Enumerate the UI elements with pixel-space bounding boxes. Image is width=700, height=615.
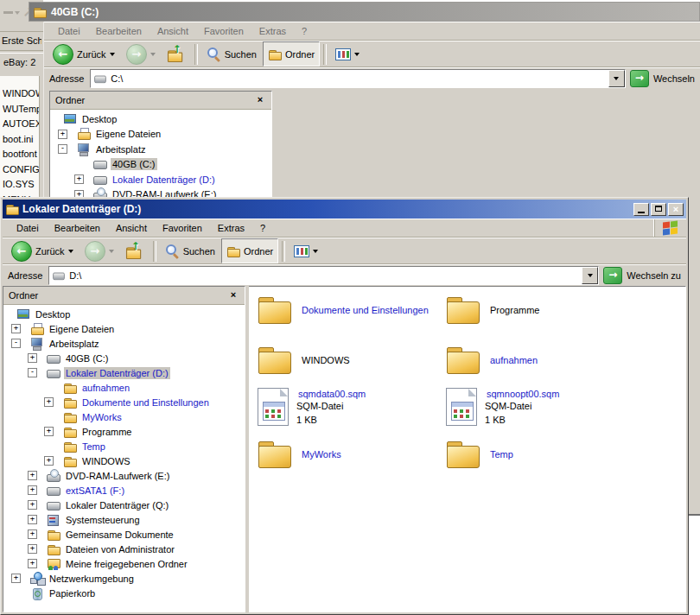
search-button[interactable]: Suchen — [201, 41, 262, 67]
tree-item-eigene-dateien[interactable]: +Eigene Dateien — [50, 127, 271, 143]
tree-item-eigene-dateien[interactable]: +Eigene Dateien — [3, 321, 245, 336]
forward-button[interactable]: → — [80, 238, 119, 263]
tree-item-programme[interactable]: +Programme — [3, 424, 245, 439]
tree-item-extsata1-f[interactable]: +extSATA1 (F:) — [3, 483, 245, 498]
expand-icon[interactable]: + — [28, 500, 37, 510]
address-dropdown-button[interactable] — [582, 267, 598, 284]
tree-item-lokaler-datenträger-q[interactable]: +Lokaler Datenträger (Q:) — [3, 498, 245, 512]
tree-item-dvd-ram-laufwerk-e[interactable]: +DVD-RAM-Laufwerk (E:) — [3, 468, 245, 483]
tree-item-systemsteuerung[interactable]: +Systemsteuerung — [3, 512, 245, 527]
address-input[interactable]: D:\ — [48, 266, 599, 285]
expand-icon[interactable]: + — [28, 353, 37, 363]
folders-button[interactable]: Ordner — [263, 41, 320, 67]
close-panel-icon[interactable]: × — [227, 289, 239, 301]
maximize-button[interactable] — [651, 203, 666, 216]
go-button[interactable]: → Wechseln — [630, 70, 697, 87]
address-input[interactable]: C:\ — [90, 69, 626, 88]
tree-item-netzwerkumgebung[interactable]: +Netzwerkumgebung — [3, 571, 245, 586]
menu-extras[interactable]: Extras — [251, 24, 294, 38]
expand-icon[interactable]: + — [28, 559, 37, 568]
folder-tile-programme[interactable]: Programme — [446, 295, 627, 326]
strip-file-io-sys[interactable]: IO.SYS — [3, 177, 39, 193]
tree-item-lokaler-datenträger-d[interactable]: +Lokaler Datenträger (D:) — [50, 172, 271, 187]
expand-icon[interactable]: + — [28, 529, 37, 539]
tree-item-label: Lokaler Datenträger (D:) — [111, 174, 217, 186]
expand-icon[interactable]: + — [11, 324, 21, 333]
tree-item-40gb-c[interactable]: +40GB (C:) — [3, 351, 245, 365]
strip-file-boot-ini[interactable]: boot.ini — [3, 132, 39, 148]
drive-icon — [47, 498, 60, 512]
close-button[interactable]: × — [668, 203, 684, 216]
tree-item-temp[interactable]: +Temp — [3, 439, 245, 453]
folder-tile-windows[interactable]: WINDOWS — [258, 345, 439, 376]
views-button[interactable] — [289, 238, 323, 263]
strip-link-erste-schritte[interactable]: Erste Sch — [2, 35, 41, 46]
menu-extras[interactable]: Extras — [210, 221, 252, 235]
up-button[interactable]: ↑ — [162, 41, 191, 67]
collapse-icon[interactable]: - — [58, 144, 67, 154]
menu-bearbeiten[interactable]: Bearbeiten — [47, 221, 108, 235]
folder-tile-myworks[interactable]: MyWorks — [258, 439, 439, 470]
tree-item-lokaler-datenträger-d[interactable]: -Lokaler Datenträger (D:) — [3, 365, 245, 380]
collapse-icon[interactable]: - — [28, 368, 37, 377]
strip-link-ebay[interactable]: eBay: 2 — [3, 57, 43, 67]
back-button[interactable]: ← Zurück — [48, 41, 120, 67]
back-button[interactable]: ← Zurück — [6, 238, 79, 263]
strip-file-config[interactable]: CONFIG. — [3, 162, 39, 178]
back-window-titlebar[interactable]: 40GB (C:) — [29, 2, 700, 22]
go-button[interactable]: → Wechseln zu — [603, 267, 683, 284]
menu-favoriten[interactable]: Favoriten — [155, 221, 210, 235]
menu-datei[interactable]: Datei — [50, 24, 88, 38]
menu-[interactable]: ? — [252, 221, 273, 235]
expand-icon[interactable]: + — [11, 574, 21, 583]
expand-icon[interactable]: + — [28, 485, 37, 495]
tree-item-desktop[interactable]: +Desktop — [50, 111, 271, 127]
address-dropdown-button[interactable] — [608, 70, 625, 87]
expand-icon[interactable]: + — [58, 130, 67, 139]
tree-item-desktop[interactable]: +Desktop — [3, 307, 245, 321]
forward-button[interactable]: → — [121, 41, 161, 67]
menu-ansicht[interactable]: Ansicht — [108, 221, 155, 235]
tree-item-arbeitsplatz[interactable]: -Arbeitsplatz — [3, 336, 245, 351]
folder-tile-dokumente-und-einstellungen[interactable]: Dokumente und Einstellungen — [258, 295, 439, 326]
tree-item-arbeitsplatz[interactable]: -Arbeitsplatz — [50, 142, 271, 157]
strip-file-window[interactable]: WINDOW — [3, 86, 39, 102]
strip-file-autoex[interactable]: AUTOEX — [3, 117, 39, 132]
tree-item-gemeinsame-dokumente[interactable]: +Gemeinsame Dokumente — [3, 527, 245, 542]
search-button[interactable]: Suchen — [160, 238, 220, 263]
tree-item-meine-freigegebenen-ordner[interactable]: +Meine freigegebenen Ordner — [3, 556, 245, 571]
expand-icon[interactable]: + — [28, 471, 37, 480]
tree-item-aufnahmen[interactable]: +aufnahmen — [3, 380, 245, 395]
file-tile-sqmdata00-sqm[interactable]: sqmdata00.sqmSQM-Datei1 KB — [258, 388, 439, 427]
menu-[interactable]: ? — [294, 24, 315, 38]
tree-item-papierkorb[interactable]: +Papierkorb — [3, 586, 245, 600]
menu-datei[interactable]: Datei — [9, 221, 47, 235]
folder-tile-temp[interactable]: Temp — [446, 439, 627, 470]
folders-button[interactable]: Ordner — [221, 238, 278, 263]
folder-tile-aufnahmen[interactable]: aufnahmen — [446, 345, 627, 376]
file-tile-sqmnoopt00-sqm[interactable]: sqmnoopt00.sqmSQM-Datei1 KB — [446, 388, 627, 427]
tree-item-myworks[interactable]: +MyWorks — [3, 409, 245, 424]
tree-item-dateien-von-administrator[interactable]: +Dateien von Administrator — [3, 542, 245, 556]
menu-bearbeiten[interactable]: Bearbeiten — [88, 24, 150, 38]
up-button[interactable]: ↑ — [120, 238, 150, 263]
close-panel-icon[interactable]: × — [254, 94, 266, 106]
menu-ansicht[interactable]: Ansicht — [150, 24, 196, 38]
strip-file-wutemp[interactable]: WUTemp — [3, 102, 39, 117]
expand-icon[interactable]: + — [44, 427, 54, 436]
expand-icon[interactable]: + — [28, 515, 37, 524]
tree-item-windows[interactable]: +WINDOWS — [3, 453, 245, 468]
front-window-titlebar[interactable]: Lokaler Datenträger (D:) × — [3, 200, 686, 219]
collapse-icon[interactable]: - — [11, 339, 21, 348]
expand-icon[interactable]: + — [44, 397, 54, 407]
views-button[interactable] — [330, 41, 365, 67]
strip-file-bootfont[interactable]: bootfont — [3, 147, 39, 162]
expand-icon[interactable]: + — [28, 544, 37, 554]
tree-item-dokumente-und-einstellungen[interactable]: +Dokumente und Einstellungen — [3, 395, 245, 409]
expand-icon[interactable]: + — [44, 456, 54, 466]
menu-favoriten[interactable]: Favoriten — [196, 24, 251, 38]
tree-item-40gb-c[interactable]: +40GB (C:) — [50, 157, 271, 173]
minimize-button[interactable] — [633, 203, 649, 216]
expand-icon[interactable]: + — [74, 174, 84, 184]
disabled-caret-icon — [15, 11, 20, 15]
